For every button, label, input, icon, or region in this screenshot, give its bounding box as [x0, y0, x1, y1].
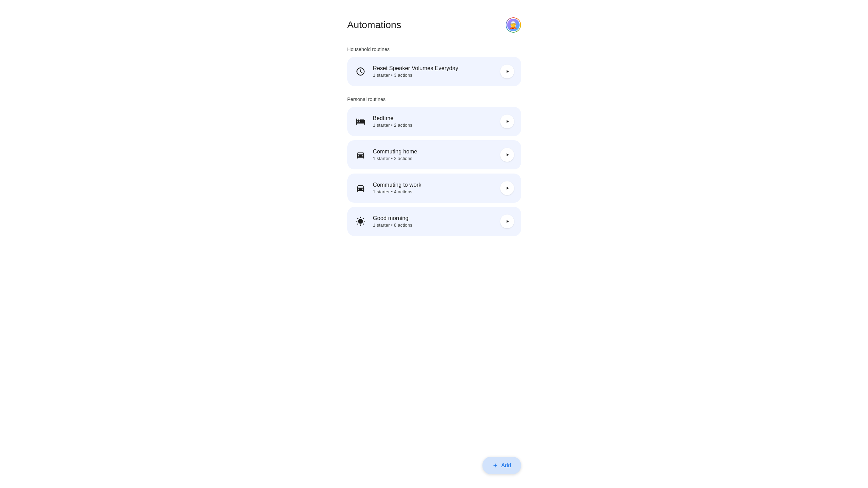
routine-card-commuting-work[interactable]: Commuting to work1 starter • 4 actions: [347, 174, 521, 203]
routine-name-commuting-work: Commuting to work: [373, 182, 422, 188]
routine-card-reset-speaker[interactable]: Reset Speaker Volumes Everyday1 starter …: [347, 57, 521, 86]
routine-info-reset-speaker: Reset Speaker Volumes Everyday1 starter …: [373, 65, 458, 78]
play-button-commuting-home[interactable]: [500, 148, 514, 162]
play-icon: [505, 186, 510, 191]
page-header: Automations 🧝: [347, 14, 521, 33]
routine-info-bedtime: Bedtime1 starter • 2 actions: [373, 115, 413, 128]
sun-icon: [354, 215, 367, 228]
routine-card-good-morning[interactable]: Good morning1 starter • 8 actions: [347, 207, 521, 236]
car-home-icon: [354, 149, 367, 161]
routine-meta-good-morning: 1 starter • 8 actions: [373, 222, 413, 228]
routine-meta-bedtime: 1 starter • 2 actions: [373, 123, 413, 128]
routine-name-reset-speaker: Reset Speaker Volumes Everyday: [373, 65, 458, 71]
play-button-bedtime[interactable]: [500, 115, 514, 128]
routine-name-bedtime: Bedtime: [373, 115, 413, 121]
add-button-label: Add: [501, 462, 511, 469]
play-button-reset-speaker[interactable]: [500, 65, 514, 78]
car-work-icon: [354, 182, 367, 194]
routine-card-commuting-home[interactable]: Commuting home1 starter • 2 actions: [347, 140, 521, 169]
routine-info-commuting-home: Commuting home1 starter • 2 actions: [373, 149, 418, 161]
clock-icon: [354, 65, 367, 78]
routine-left-bedtime: Bedtime1 starter • 2 actions: [354, 115, 413, 128]
avatar-inner: 🧝: [507, 19, 520, 31]
routine-left-good-morning: Good morning1 starter • 8 actions: [354, 215, 413, 228]
bed-icon: [354, 115, 367, 128]
sections-container: Household routinesReset Speaker Volumes …: [347, 47, 521, 236]
avatar-emoji: 🧝: [509, 22, 518, 28]
routine-name-good-morning: Good morning: [373, 215, 413, 221]
routine-meta-commuting-work: 1 starter • 4 actions: [373, 189, 422, 194]
routine-info-good-morning: Good morning1 starter • 8 actions: [373, 215, 413, 228]
play-icon: [505, 69, 510, 74]
section-household: Household routinesReset Speaker Volumes …: [347, 47, 521, 86]
avatar[interactable]: 🧝: [506, 17, 521, 33]
play-button-good-morning[interactable]: [500, 214, 514, 228]
routine-name-commuting-home: Commuting home: [373, 149, 418, 155]
play-icon: [505, 119, 510, 124]
add-button[interactable]: Add: [482, 457, 521, 474]
routine-left-commuting-work: Commuting to work1 starter • 4 actions: [354, 182, 422, 194]
play-icon: [505, 219, 510, 224]
section-personal: Personal routinesBedtime1 starter • 2 ac…: [347, 96, 521, 236]
section-title-personal: Personal routines: [347, 96, 521, 102]
routine-card-bedtime[interactable]: Bedtime1 starter • 2 actions: [347, 107, 521, 136]
page-container: Automations 🧝 Household routinesReset Sp…: [347, 14, 521, 467]
routine-left-reset-speaker: Reset Speaker Volumes Everyday1 starter …: [354, 65, 458, 78]
routine-meta-reset-speaker: 1 starter • 3 actions: [373, 73, 458, 78]
play-button-commuting-work[interactable]: [500, 181, 514, 195]
page-title: Automations: [347, 19, 402, 31]
section-title-household: Household routines: [347, 47, 521, 52]
play-icon: [505, 152, 510, 157]
routine-left-commuting-home: Commuting home1 starter • 2 actions: [354, 149, 418, 161]
plus-icon: [492, 462, 498, 469]
routine-info-commuting-work: Commuting to work1 starter • 4 actions: [373, 182, 422, 194]
routine-meta-commuting-home: 1 starter • 2 actions: [373, 156, 418, 161]
